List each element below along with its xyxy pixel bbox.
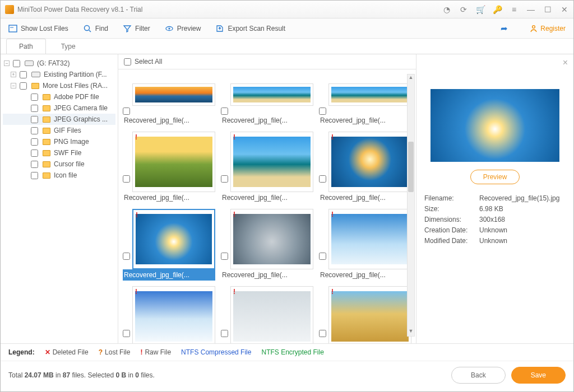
thumb-checkbox[interactable] (221, 175, 228, 183)
thumbnail-item[interactable]: !Recovered_jpg_file(... (319, 132, 411, 203)
thumbnail-item[interactable]: Recovered_jpg_file(... (123, 74, 215, 126)
folder-tree: −(G: FAT32) +Existing Partition (F... −M… (1, 54, 118, 343)
maximize-icon[interactable]: ☐ (543, 5, 552, 14)
tree-checkbox[interactable] (20, 82, 27, 90)
scroll-down-icon[interactable]: ▼ (408, 328, 414, 336)
tree-item[interactable]: SWF File (3, 147, 115, 158)
thumb-checkbox[interactable] (319, 108, 326, 115)
thumbnail-item[interactable]: !Recovered_jpg_file(... (123, 209, 215, 281)
thumb-checkbox[interactable] (319, 253, 326, 260)
find-button[interactable]: Find (83, 24, 108, 33)
thumb-checkbox[interactable] (319, 175, 326, 183)
thumbnail-grid: Recovered_jpg_file(...Recovered_jpg_file… (118, 69, 416, 343)
app-logo-icon (5, 5, 14, 14)
tree-item[interactable]: Adobe PDF file (3, 91, 115, 102)
filename-value: Recovered_jpg_file(15).jpg (479, 194, 559, 202)
footer-bar: Total 24.07 MB in 87 files. Selected 0 B… (1, 361, 573, 391)
scrollbar[interactable]: ▲▼ (407, 74, 415, 337)
thumb-caption: Recovered_jpg_file(... (123, 192, 215, 203)
select-all-checkbox[interactable] (124, 58, 131, 66)
preview-action-button[interactable]: Preview (470, 170, 520, 184)
tree-root[interactable]: −(G: FAT32) (3, 58, 115, 69)
thumbnail-item[interactable]: !Recovered_jpg_file(... (319, 209, 411, 281)
tree-more-lost-files[interactable]: −More Lost Files (RA... (3, 80, 115, 91)
cart-icon[interactable]: 🛒 (476, 5, 485, 14)
thumb-checkbox[interactable] (123, 330, 130, 337)
preview-button[interactable]: Preview (165, 24, 201, 33)
tree-item[interactable]: JPEG Camera file (3, 102, 115, 114)
legend-deleted: ✕Deleted File (45, 348, 89, 356)
thumbnail-item[interactable]: Recovered_jpg_file(... (221, 74, 313, 126)
thumbnail-item[interactable]: Recovered_jpg_file(... (319, 74, 411, 126)
show-lost-files-button[interactable]: Show Lost Files (8, 24, 68, 33)
export-button[interactable]: Export Scan Result (215, 24, 285, 33)
tree-checkbox[interactable] (31, 172, 38, 179)
tree-item[interactable]: GIF Files (3, 125, 115, 136)
thumbnail-item[interactable]: !Recovered_jpg_file(... (221, 209, 313, 281)
scroll-thumb[interactable] (408, 142, 414, 192)
thumbnail-item[interactable]: ! (123, 286, 215, 343)
tree-item-label: PNG Image (54, 138, 89, 146)
thumbnail-item[interactable]: !Recovered_jpg_file(... (123, 132, 215, 203)
thumb-checkbox[interactable] (123, 175, 130, 183)
folder-icon (43, 94, 50, 100)
filter-button[interactable]: Filter (123, 24, 150, 33)
tree-item[interactable]: PNG Image (3, 136, 115, 147)
refresh-icon[interactable]: ⟳ (459, 5, 468, 14)
tree-checkbox[interactable] (13, 60, 20, 67)
minimize-icon[interactable]: — (526, 5, 535, 14)
collapse-icon[interactable]: − (4, 60, 10, 66)
thumbnail-item[interactable]: ! (319, 286, 411, 343)
tab-type[interactable]: Type (48, 39, 89, 54)
dimensions-key: Dimensions: (424, 216, 479, 223)
tree-checkbox[interactable] (31, 161, 38, 168)
filename-key: Filename: (424, 194, 479, 202)
share-icon[interactable]: ➦ (501, 24, 508, 34)
legend-bar: Legend: ✕Deleted File ?Lost File !Raw Fi… (1, 343, 573, 361)
close-preview-icon[interactable]: × (563, 58, 568, 68)
gauge-icon[interactable]: ◔ (442, 5, 451, 14)
menu-icon[interactable]: ≡ (510, 5, 519, 14)
register-button[interactable]: Register (529, 24, 566, 33)
key-icon[interactable]: 🔑 (493, 5, 502, 14)
thumb-checkbox[interactable] (221, 330, 228, 337)
thumb-checkbox[interactable] (319, 330, 326, 337)
thumb-caption: Recovered_jpg_file(... (123, 269, 215, 281)
modified-date-value: Unknown (479, 237, 507, 245)
tree-item-label: Cursor file (54, 160, 85, 168)
thumb-checkbox[interactable] (221, 253, 228, 260)
tree-checkbox[interactable] (20, 71, 27, 78)
tree-item[interactable]: Icon file (3, 170, 115, 181)
export-label: Export Scan Result (228, 25, 285, 32)
tree-checkbox[interactable] (31, 127, 38, 134)
tree-item[interactable]: Cursor file (3, 158, 115, 170)
creation-date-value: Unknown (479, 226, 507, 234)
save-button[interactable]: Save (511, 367, 566, 384)
tree-checkbox[interactable] (31, 116, 38, 123)
size-value: 6.98 KB (479, 205, 503, 213)
collapse-icon[interactable]: − (11, 83, 16, 88)
tree-checkbox[interactable] (31, 150, 38, 157)
close-icon[interactable]: ✕ (560, 5, 569, 14)
thumb-checkbox[interactable] (123, 253, 130, 260)
legend-raw: !Raw File (140, 348, 171, 356)
scroll-up-icon[interactable]: ▲ (408, 74, 414, 82)
back-button[interactable]: Back (451, 367, 506, 384)
select-all-label: Select All (135, 58, 162, 66)
expand-icon[interactable]: + (11, 72, 16, 77)
tree-checkbox[interactable] (31, 105, 38, 112)
tree-checkbox[interactable] (31, 94, 38, 101)
svg-point-3 (168, 27, 170, 29)
size-key: Size: (424, 205, 479, 213)
thumbnail-item[interactable]: ! (221, 286, 313, 343)
dimensions-value: 300x168 (479, 216, 505, 223)
tree-existing-partition[interactable]: +Existing Partition (F... (3, 69, 115, 80)
thumb-checkbox[interactable] (123, 108, 130, 115)
tree-checkbox[interactable] (31, 138, 38, 146)
tab-path[interactable]: Path (6, 39, 46, 54)
raw-mark-icon: ! (136, 211, 138, 219)
thumb-image: ! (328, 209, 411, 269)
tree-item[interactable]: JPEG Graphics ... (3, 114, 115, 125)
thumbnail-item[interactable]: !Recovered_jpg_file(... (221, 132, 313, 203)
thumb-checkbox[interactable] (221, 108, 228, 115)
